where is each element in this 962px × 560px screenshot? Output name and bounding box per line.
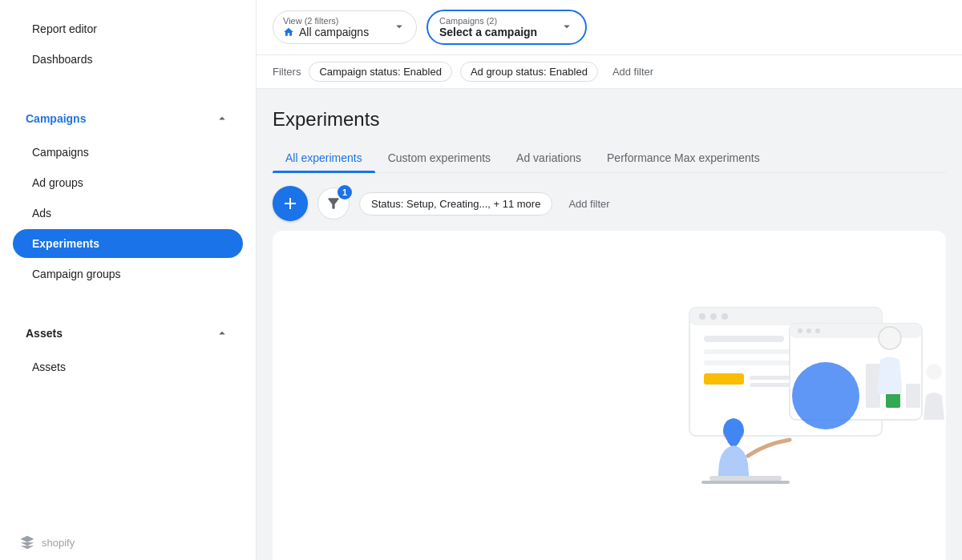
view-inner: View (2 filters) All campaigns: [283, 16, 386, 38]
filter-chip-ad-group-status[interactable]: Ad group status: Enabled: [460, 62, 598, 82]
illustration-area: [273, 231, 946, 560]
home-icon: [283, 26, 294, 38]
svg-point-15: [815, 328, 820, 333]
sidebar-assets-header[interactable]: Assets: [6, 316, 249, 351]
filter-icon: [325, 195, 342, 212]
svg-point-3: [710, 313, 717, 320]
sidebar-item-label: Assets: [32, 361, 66, 373]
filter-bar: Filters Campaign status: Enabled Ad grou…: [257, 55, 962, 89]
dropdown-arrow-view: [392, 19, 406, 36]
sidebar-section-campaigns: Campaigns Campaigns Ad groups Ads Experi…: [6, 95, 249, 296]
toolbar-row: 1 Status: Setup, Creating..., + 11 more …: [273, 186, 946, 221]
svg-rect-1: [689, 308, 882, 325]
svg-rect-18: [906, 384, 920, 408]
filter-label: Filters: [273, 66, 301, 78]
sidebar-section-top: Report editor Dashboards: [6, 6, 249, 82]
svg-point-14: [806, 328, 811, 333]
svg-rect-25: [701, 481, 790, 484]
svg-rect-8: [704, 373, 744, 385]
sidebar-footer: shopify: [0, 525, 256, 560]
sidebar-item-ads[interactable]: Ads: [13, 199, 243, 228]
tabs-bar: All experiments Custom experiments Ad va…: [273, 143, 946, 173]
svg-rect-21: [878, 386, 902, 394]
sidebar-item-label: Experiments: [32, 237, 99, 250]
tab-all-experiments[interactable]: All experiments: [273, 143, 375, 172]
sidebar-assets-title: Assets: [26, 327, 63, 340]
sidebar-item-label: Campaigns: [32, 146, 89, 159]
sidebar-item-ad-groups[interactable]: Ad groups: [13, 168, 243, 197]
add-filter-topbar[interactable]: Add filter: [606, 62, 660, 81]
page-title: Experiments: [273, 108, 946, 131]
plus-icon: [281, 194, 300, 213]
campaign-value: Select a campaign: [439, 26, 553, 38]
sidebar-item-assets[interactable]: Assets: [13, 353, 243, 381]
sidebar-item-campaigns[interactable]: Campaigns: [13, 138, 243, 167]
svg-point-2: [699, 313, 705, 320]
filter-badge: 1: [338, 185, 352, 199]
sidebar-campaigns-title: Campaigns: [26, 112, 86, 125]
svg-point-13: [798, 328, 802, 333]
brand-icon: [19, 534, 35, 550]
filter-button[interactable]: 1: [317, 187, 350, 220]
sidebar-item-label: Campaign groups: [32, 268, 121, 280]
tab-performance-max[interactable]: Performance Max experiments: [594, 143, 773, 172]
svg-point-23: [926, 364, 942, 380]
illustration: [641, 284, 946, 508]
footer-brand: shopify: [42, 537, 75, 549]
topbar: View (2 filters) All campaigns Campaigns…: [257, 0, 962, 55]
view-dropdown[interactable]: View (2 filters) All campaigns: [273, 10, 417, 44]
view-value: All campaigns: [283, 26, 386, 38]
add-experiment-button[interactable]: [273, 186, 308, 221]
sidebar-item-campaign-groups[interactable]: Campaign groups: [13, 260, 243, 288]
svg-rect-5: [704, 336, 784, 342]
sidebar-item-label: Ad groups: [32, 176, 83, 189]
svg-point-20: [879, 327, 901, 349]
filter-chip-campaign-status[interactable]: Campaign status: Enabled: [309, 62, 451, 82]
sidebar-item-dashboards[interactable]: Dashboards: [13, 45, 243, 74]
campaign-inner: Campaigns (2) Select a campaign: [439, 16, 553, 38]
sidebar-campaigns-header[interactable]: Campaigns: [6, 101, 249, 136]
sidebar-item-experiments[interactable]: Experiments: [13, 229, 243, 258]
sidebar-item-label: Report editor: [32, 22, 97, 35]
tab-custom-experiments[interactable]: Custom experiments: [375, 143, 503, 172]
status-filter-chip[interactable]: Status: Setup, Creating..., + 11 more: [359, 192, 552, 216]
campaign-dropdown[interactable]: Campaigns (2) Select a campaign: [426, 10, 587, 45]
sidebar-item-report-editor[interactable]: Report editor: [13, 14, 243, 43]
sidebar-item-label: Dashboards: [32, 53, 93, 66]
svg-point-19: [792, 362, 859, 429]
content-area: Experiments All experiments Custom exper…: [257, 89, 962, 560]
tab-ad-variations[interactable]: Ad variations: [503, 143, 594, 172]
main-content: View (2 filters) All campaigns Campaigns…: [257, 0, 962, 560]
svg-point-4: [722, 313, 728, 320]
sidebar: Report editor Dashboards Campaigns Campa…: [0, 0, 257, 560]
sidebar-item-label: Ads: [32, 207, 51, 220]
campaign-label: Campaigns (2): [439, 16, 553, 26]
chevron-up-icon: [214, 111, 230, 127]
svg-rect-24: [709, 476, 782, 481]
chevron-up-icon-assets: [214, 325, 230, 341]
view-label: View (2 filters): [283, 16, 386, 26]
dropdown-arrow-campaign: [560, 19, 574, 36]
sidebar-section-assets: Assets Assets: [6, 309, 249, 389]
add-filter-button[interactable]: Add filter: [562, 193, 616, 215]
